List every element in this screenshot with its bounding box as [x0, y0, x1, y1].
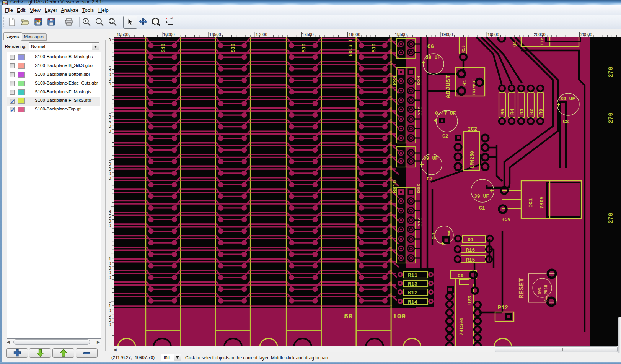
svg-text:39 UF: 39 UF — [560, 96, 575, 102]
svg-text:0: 0 — [109, 275, 111, 280]
svg-text:19500: 19500 — [487, 32, 499, 37]
svg-text:0: 0 — [109, 167, 111, 171]
svg-text:0: 0 — [109, 261, 111, 266]
svg-text:270: 270 — [608, 67, 614, 78]
svg-text:16500: 16500 — [209, 32, 221, 37]
svg-text:50: 50 — [344, 312, 353, 321]
svg-text:0: 0 — [109, 176, 111, 180]
svg-text:S10: S10 — [371, 43, 377, 52]
svg-text:0: 0 — [109, 38, 111, 42]
svg-text:R2: R2 — [529, 109, 535, 115]
svg-text:0: 0 — [109, 322, 111, 327]
svg-text:S10: S10 — [230, 43, 236, 52]
svg-text:39 UF: 39 UF — [423, 156, 438, 161]
svg-text:0: 0 — [109, 308, 111, 313]
svg-text:39 UF: 39 UF — [474, 193, 489, 199]
svg-text:20500: 20500 — [580, 32, 592, 37]
svg-text:RR5: RR5 — [417, 184, 423, 193]
svg-text:5: 5 — [109, 119, 111, 124]
svg-text:RR10: RR10 — [392, 180, 398, 193]
svg-text:39 UF: 39 UF — [425, 55, 440, 60]
svg-text:100: 100 — [393, 312, 406, 321]
svg-text:RR9: RR9 — [392, 76, 398, 85]
svg-text:C1: C1 — [479, 205, 485, 211]
svg-text:R3: R3 — [519, 109, 525, 115]
svg-text:0: 0 — [109, 81, 111, 86]
svg-text:74LS04: 74LS04 — [459, 318, 465, 335]
svg-text:0.47 UF: 0.47 UF — [435, 110, 456, 116]
svg-text:S10: S10 — [301, 43, 307, 52]
svg-text:IC1: IC1 — [528, 198, 534, 208]
svg-text:18000: 18000 — [349, 32, 360, 37]
svg-text:0: 0 — [109, 72, 111, 77]
svg-text:18500: 18500 — [395, 32, 407, 37]
svg-text:R5: R5 — [500, 109, 506, 115]
svg-text:15500: 15500 — [117, 32, 129, 37]
svg-text:TIP: TIP — [540, 38, 544, 46]
svg-text:R11: R11 — [408, 272, 417, 278]
svg-text:16000: 16000 — [163, 32, 175, 37]
svg-text:LM4250: LM4250 — [470, 151, 475, 168]
svg-text:0: 0 — [109, 266, 111, 270]
svg-text:C9: C9 — [458, 273, 464, 279]
svg-text:R1: R1 — [462, 80, 468, 86]
svg-text:9: 9 — [109, 209, 111, 214]
svg-text:0: 0 — [109, 129, 111, 133]
svg-text:0: 0 — [109, 124, 111, 128]
svg-text:P12: P12 — [498, 305, 508, 311]
svg-text:R15: R15 — [466, 257, 475, 263]
svg-text:20000: 20000 — [534, 32, 546, 37]
svg-text:5: 5 — [109, 214, 111, 218]
svg-text:R13: R13 — [408, 281, 417, 287]
svg-text:7805: 7805 — [539, 197, 545, 209]
svg-text:U23: U23 — [467, 296, 473, 305]
svg-text:C6: C6 — [427, 44, 434, 50]
svg-text:R12: R12 — [408, 290, 417, 296]
svg-text:RR4: RR4 — [417, 76, 423, 85]
svg-text:R14: R14 — [408, 299, 417, 305]
svg-text:17000: 17000 — [256, 32, 267, 37]
svg-text:R16: R16 — [466, 247, 475, 253]
svg-text:EDIS T: EDIS T — [348, 39, 354, 56]
svg-text:R4: R4 — [510, 109, 515, 115]
svg-text:0: 0 — [109, 270, 111, 275]
svg-text:D1: D1 — [468, 237, 474, 243]
svg-text:SW1: SW1 — [538, 287, 542, 294]
svg-text:TRIMPOT: TRIMPOT — [472, 79, 476, 96]
svg-text:C2: C2 — [442, 133, 448, 139]
svg-text:C8: C8 — [563, 119, 569, 125]
svg-text:SW_PUSH: SW_PUSH — [544, 285, 548, 302]
svg-text:270: 270 — [608, 213, 614, 224]
svg-text:0: 0 — [109, 77, 111, 81]
svg-text:1: 1 — [109, 304, 111, 308]
svg-text:8: 8 — [109, 115, 111, 119]
svg-text:17500: 17500 — [302, 32, 314, 37]
svg-text:C13: C13 — [432, 233, 436, 239]
svg-text:Q4: Q4 — [512, 41, 518, 47]
svg-text:5: 5 — [109, 313, 111, 317]
svg-text:+5V: +5V — [502, 217, 511, 223]
svg-text:C7: C7 — [427, 176, 433, 182]
svg-text:RESET: RESET — [518, 278, 525, 299]
svg-text:8: 8 — [109, 67, 111, 72]
svg-text:0: 0 — [109, 171, 111, 176]
svg-text:S10: S10 — [161, 43, 166, 52]
svg-text:270: 270 — [608, 112, 614, 123]
svg-text:19000: 19000 — [441, 32, 453, 37]
svg-text:9: 9 — [109, 162, 111, 166]
svg-text:0: 0 — [109, 219, 111, 223]
svg-text:R9: R9 — [538, 109, 544, 115]
svg-text:0: 0 — [109, 318, 111, 322]
svg-text:ADJUST: ADJUST — [445, 75, 452, 98]
svg-text:1: 1 — [109, 256, 111, 261]
svg-text:0: 0 — [109, 223, 111, 228]
svg-text:R10: R10 — [461, 45, 466, 53]
